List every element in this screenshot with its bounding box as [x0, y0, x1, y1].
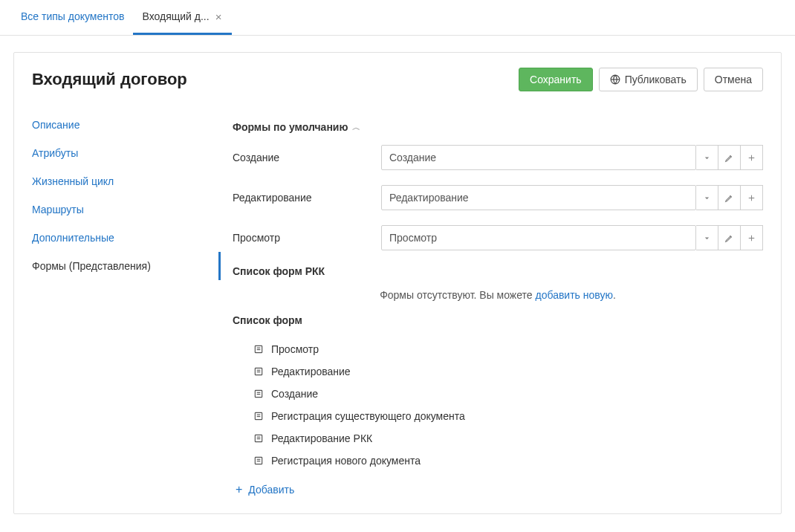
- sidenav-item-label: Описание: [32, 119, 80, 131]
- section-forms-list-title: Список форм: [233, 314, 763, 326]
- section-default-forms-title[interactable]: Формы по умолчанию ︿: [233, 121, 763, 133]
- row-label: Создание: [233, 152, 381, 163]
- tab-label: Входящий д...: [142, 10, 209, 22]
- pencil-icon: [724, 153, 734, 163]
- list-item[interactable]: Просмотр: [253, 338, 763, 360]
- form-icon: [253, 433, 264, 444]
- close-icon[interactable]: ×: [214, 11, 224, 22]
- list-item-label: Редактирование: [271, 366, 351, 377]
- sidenav-item-additional[interactable]: Дополнительные: [14, 224, 221, 252]
- rkk-empty-message: Формы отсутствуют. Вы можете добавить но…: [233, 289, 763, 301]
- publish-button-label: Публиковать: [625, 74, 687, 85]
- chevron-up-icon: ︿: [352, 122, 360, 133]
- default-form-row-edit: Редактирование Редактирование: [233, 185, 763, 210]
- edit-button[interactable]: [718, 145, 741, 170]
- plus-icon: +: [236, 484, 242, 496]
- row-label: Просмотр: [233, 232, 381, 244]
- sidenav-item-forms[interactable]: Формы (Представления): [14, 252, 221, 280]
- add-form-button[interactable]: + Добавить: [233, 478, 763, 496]
- form-icon: [253, 389, 264, 399]
- sidenav-item-lifecycle[interactable]: Жизненный цикл: [14, 167, 221, 195]
- list-item-label: Регистрация нового документа: [271, 455, 421, 467]
- empty-text-prefix: Формы отсутствуют. Вы можете: [380, 289, 535, 301]
- header-actions: Сохранить Публиковать Отмена: [519, 68, 763, 91]
- add-button[interactable]: [741, 145, 763, 170]
- default-form-row-view: Просмотр Просмотр: [233, 225, 763, 250]
- dropdown-button[interactable]: [696, 225, 718, 250]
- list-item[interactable]: Создание: [253, 383, 763, 405]
- pencil-icon: [724, 233, 734, 243]
- dropdown-button[interactable]: [696, 185, 718, 210]
- publish-button[interactable]: Публиковать: [599, 68, 698, 91]
- card-header: Входящий договор Сохранить Публиковать О…: [14, 53, 781, 105]
- sidenav-item-label: Атрибуты: [32, 147, 78, 159]
- empty-text-suffix: .: [613, 289, 616, 301]
- sidenav-item-label: Жизненный цикл: [32, 175, 114, 187]
- form-icon: [253, 455, 264, 466]
- tab-incoming-contract[interactable]: Входящий д... ×: [133, 0, 232, 35]
- add-new-rkk-form-link[interactable]: добавить новую: [535, 289, 612, 301]
- form-icon: [253, 344, 264, 354]
- plus-icon: [747, 193, 756, 203]
- main-panel: Формы по умолчанию ︿ Создание Создание: [221, 105, 781, 513]
- sidenav: Описание Атрибуты Жизненный цикл Маршрут…: [14, 105, 221, 513]
- form-icon: [253, 366, 264, 377]
- sidenav-item-description[interactable]: Описание: [14, 111, 221, 139]
- caret-down-icon: [702, 153, 712, 163]
- form-icon: [253, 411, 264, 421]
- section-rkk-forms-title: Список форм РКК: [233, 265, 763, 277]
- cancel-button[interactable]: Отмена: [704, 68, 763, 91]
- forms-list: Просмотр Редактирование Создание Регистр…: [253, 338, 763, 472]
- sidenav-item-label: Маршруты: [32, 204, 84, 215]
- select-value: Создание: [389, 152, 436, 163]
- list-item[interactable]: Регистрация нового документа: [253, 450, 763, 472]
- list-item[interactable]: Редактирование: [253, 360, 763, 383]
- add-button[interactable]: [741, 225, 763, 250]
- tab-all-doc-types[interactable]: Все типы документов: [12, 0, 133, 35]
- caret-down-icon: [702, 193, 712, 203]
- row-label: Редактирование: [233, 192, 381, 204]
- add-button[interactable]: [741, 185, 763, 210]
- sidenav-item-label: Дополнительные: [32, 232, 114, 244]
- select-create-form[interactable]: Создание: [381, 145, 696, 170]
- list-item[interactable]: Регистрация существующего документа: [253, 405, 763, 427]
- list-item[interactable]: Редактирование РКК: [253, 427, 763, 450]
- cancel-button-label: Отмена: [715, 74, 752, 85]
- list-item-label: Редактирование РКК: [271, 432, 372, 444]
- tab-label: Все типы документов: [21, 10, 124, 22]
- editor-card: Входящий договор Сохранить Публиковать О…: [13, 52, 782, 514]
- section-title-text: Список форм РКК: [233, 265, 325, 277]
- sidenav-item-attributes[interactable]: Атрибуты: [14, 139, 221, 167]
- select-edit-form[interactable]: Редактирование: [381, 185, 696, 210]
- dropdown-button[interactable]: [696, 145, 718, 170]
- edit-button[interactable]: [718, 225, 741, 250]
- add-form-label: Добавить: [248, 484, 294, 496]
- plus-icon: [747, 233, 756, 243]
- sidenav-item-routes[interactable]: Маршруты: [14, 195, 221, 224]
- globe-icon: [610, 74, 620, 85]
- pencil-icon: [724, 193, 734, 203]
- select-value: Просмотр: [389, 232, 437, 244]
- section-title-text: Список форм: [233, 314, 302, 326]
- plus-icon: [747, 153, 756, 163]
- sidenav-item-label: Формы (Представления): [32, 260, 151, 272]
- save-button-label: Сохранить: [530, 74, 582, 85]
- list-item-label: Создание: [271, 388, 318, 400]
- list-item-label: Регистрация существующего документа: [271, 410, 465, 422]
- list-item-label: Просмотр: [271, 343, 319, 355]
- page-title: Входящий договор: [32, 70, 187, 89]
- tabs-bar: Все типы документов Входящий д... ×: [0, 0, 795, 36]
- section-title-text: Формы по умолчанию: [233, 121, 348, 133]
- select-view-form[interactable]: Просмотр: [381, 225, 696, 250]
- save-button[interactable]: Сохранить: [519, 68, 593, 91]
- default-form-row-create: Создание Создание: [233, 145, 763, 170]
- select-value: Редактирование: [389, 192, 469, 204]
- edit-button[interactable]: [718, 185, 741, 210]
- caret-down-icon: [702, 233, 712, 243]
